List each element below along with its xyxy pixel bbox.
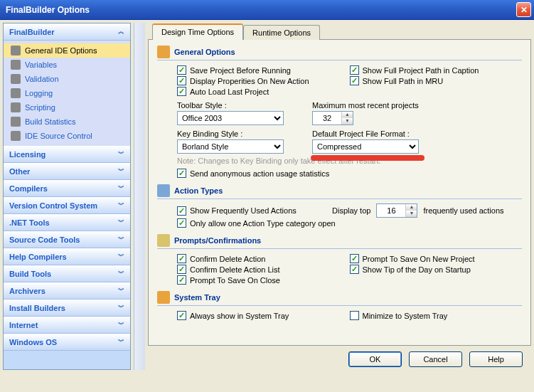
default-format-label: Default Project File Format :: [312, 129, 419, 138]
display-top-spinner[interactable]: ▲▼: [376, 203, 417, 218]
tab-runtime[interactable]: Runtime Options: [243, 25, 320, 40]
sidebar-cat-build-tools[interactable]: Build Tools︾: [4, 265, 130, 282]
checkbox-anon-stats[interactable]: ✓: [177, 169, 186, 178]
section-action-types: Action Types ✓Show Frequently Used Actio…: [157, 184, 522, 228]
section-prompts: Prompts/Confirmations ✓Confirm Delete Ac…: [157, 234, 522, 285]
sidebar-cat-internet[interactable]: Internet︾: [4, 317, 130, 334]
title-bar: FinalBuilder Options ✕: [0, 0, 534, 20]
tab-panel: General Options ✓Save Project Before Run…: [148, 39, 531, 346]
tray-icon: [157, 291, 170, 304]
sidebar-scrollbar[interactable]: [134, 23, 145, 370]
sidebar-cat-compilers[interactable]: Compilers︾: [4, 180, 130, 197]
sidebar-item-variables[interactable]: Variables: [4, 58, 130, 72]
section-system-tray: System Tray ✓Always show in System Tray …: [157, 291, 522, 321]
display-top-label: Display top: [332, 206, 370, 215]
chevron-down-icon: ︾: [118, 269, 124, 278]
sidebar-cat-vcs[interactable]: Version Control System︾: [4, 197, 130, 214]
spin-down-icon[interactable]: ▼: [341, 118, 353, 125]
checkbox-display-props[interactable]: ✓: [177, 76, 186, 85]
sidebar-item-logging[interactable]: Logging: [4, 86, 130, 100]
sidebar-cat-archivers[interactable]: Archivers︾: [4, 282, 130, 300]
toolbar-style-label: Toolbar Style :: [177, 101, 284, 110]
window-title: FinalBuilder Options: [6, 5, 516, 15]
highlight-annotation: [311, 155, 424, 161]
chevron-up-icon: ︽: [118, 27, 124, 36]
cat-body-finalbuilder: General IDE Options Variables Validation…: [4, 41, 130, 146]
gear-icon: [157, 46, 170, 58]
chevron-down-icon: ︾: [118, 303, 124, 312]
sidebar-cat-source-code[interactable]: Source Code Tools︾: [4, 231, 130, 248]
checkbox-full-path-mru[interactable]: ✓: [350, 76, 359, 85]
chevron-down-icon: ︾: [118, 337, 124, 346]
page-icon: [11, 46, 21, 55]
chevron-down-icon: ︾: [118, 320, 124, 329]
toolbar-style-select[interactable]: Office 2003: [177, 111, 284, 125]
help-button[interactable]: Help: [469, 351, 523, 367]
tabs: Design Time Options Runtime Options: [148, 23, 531, 40]
chevron-down-icon: ︾: [118, 149, 124, 159]
sidebar-cat-windows-os[interactable]: Windows OS︾: [4, 334, 130, 351]
section-title: Prompts/Confirmations: [174, 236, 261, 245]
checkbox-confirm-delete[interactable]: ✓: [177, 254, 186, 263]
sidebar-cat-licensing[interactable]: Licensing︾: [4, 146, 130, 163]
prompt-icon: [157, 234, 170, 247]
keybind-label: Key Binding Style :: [177, 129, 284, 138]
cat-label: FinalBuilder: [9, 28, 55, 36]
check-icon: [11, 74, 21, 84]
tab-design-time[interactable]: Design Time Options: [152, 23, 243, 40]
checkbox-show-freq[interactable]: ✓: [177, 206, 186, 216]
sidebar: FinalBuilder ︽ General IDE Options Varia…: [3, 23, 131, 370]
spin-down-icon[interactable]: ▼: [405, 211, 417, 217]
spin-up-icon[interactable]: ▲: [405, 204, 417, 211]
checkbox-full-path-caption[interactable]: ✓: [350, 65, 359, 75]
body: FinalBuilder ︽ General IDE Options Varia…: [0, 20, 534, 373]
log-icon: [11, 88, 21, 98]
checkbox-prompt-new[interactable]: ✓: [350, 254, 359, 263]
source-control-icon: [11, 131, 21, 141]
sidebar-item-general-ide[interactable]: General IDE Options: [4, 43, 130, 58]
keybind-select[interactable]: Borland Style: [177, 139, 284, 154]
checkbox-always-tray[interactable]: ✓: [177, 311, 186, 320]
ok-button[interactable]: OK: [348, 351, 402, 367]
checkbox-only-one-cat[interactable]: ✓: [177, 218, 186, 228]
chevron-down-icon: ︾: [118, 218, 124, 227]
spin-up-icon[interactable]: ▲: [341, 112, 353, 118]
list-icon: [157, 184, 170, 197]
sidebar-cat-install-builders[interactable]: Install Builders︾: [4, 300, 130, 317]
sidebar-item-scripting[interactable]: Scripting: [4, 100, 130, 115]
chevron-down-icon: ︾: [118, 235, 124, 244]
display-top-input[interactable]: [377, 204, 405, 217]
section-title: Action Types: [174, 186, 223, 195]
close-button[interactable]: ✕: [516, 2, 531, 17]
checkbox-save-before[interactable]: ✓: [177, 65, 186, 75]
dialog-footer: OK Cancel Help: [148, 349, 531, 370]
chevron-down-icon: ︾: [118, 184, 124, 193]
sidebar-item-ide-source-control[interactable]: IDE Source Control: [4, 129, 130, 143]
content: Design Time Options Runtime Options Gene…: [148, 23, 531, 370]
sidebar-cat-net-tools[interactable]: .NET Tools︾: [4, 214, 130, 231]
checkbox-confirm-delete-list[interactable]: ✓: [177, 265, 186, 274]
max-recent-spinner[interactable]: ▲▼: [312, 111, 353, 125]
chevron-down-icon: ︾: [118, 286, 124, 295]
checkbox-auto-load[interactable]: ✓: [177, 87, 186, 96]
section-general: General Options ✓Save Project Before Run…: [157, 46, 522, 179]
default-format-select[interactable]: Compressed: [312, 139, 419, 154]
sidebar-cat-other[interactable]: Other︾: [4, 163, 130, 180]
stats-icon: [11, 117, 21, 127]
chevron-down-icon: ︾: [118, 166, 124, 176]
sidebar-item-build-stats[interactable]: Build Statistics: [4, 115, 130, 129]
sidebar-item-validation[interactable]: Validation: [4, 72, 130, 86]
checkbox-prompt-close[interactable]: ✓: [177, 275, 186, 285]
script-icon: [11, 102, 21, 112]
section-title: System Tray: [174, 293, 220, 302]
cancel-button[interactable]: Cancel: [409, 351, 462, 367]
max-recent-label: Maximum most recent projects: [312, 101, 419, 110]
section-title: General Options: [174, 48, 235, 56]
checkbox-minimize-tray[interactable]: ✓: [350, 311, 359, 320]
sidebar-cat-help-compilers[interactable]: Help Compilers︾: [4, 248, 130, 265]
checkbox-show-tip[interactable]: ✓: [350, 265, 359, 274]
sidebar-cat-finalbuilder[interactable]: FinalBuilder ︽: [4, 23, 130, 41]
freq-suffix: frequently used actions: [423, 206, 503, 215]
chevron-down-icon: ︾: [118, 201, 124, 210]
max-recent-input[interactable]: [313, 112, 341, 125]
